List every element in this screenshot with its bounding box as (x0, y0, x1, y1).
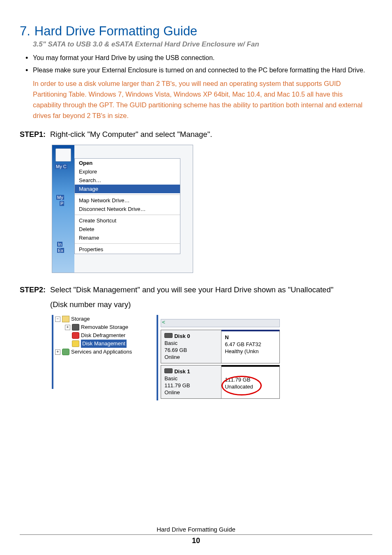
section-number: 7. (20, 24, 30, 39)
step2-text-line2: (Disk number may vary) (50, 298, 372, 311)
bullet-item: You may format your Hard Drive by using … (24, 53, 372, 63)
expand-icon[interactable]: + (65, 325, 70, 330)
tree-services-and-applications[interactable]: Services and Applications (71, 348, 132, 356)
menu-create-shortcut[interactable]: Create Shortcut (75, 216, 180, 225)
menu-manage[interactable]: Manage (75, 185, 180, 193)
screenshot-context-menu: My C My P In Ex Open Explore Search… Man… (52, 145, 193, 273)
defrag-icon (72, 332, 79, 339)
menu-explore[interactable]: Explore (75, 167, 180, 176)
tree-storage[interactable]: Storage (71, 315, 90, 323)
gpt-warning-note: In order to use a disk volume larger tha… (33, 78, 372, 121)
section-title: Hard Drive Formatting Guide (35, 24, 197, 39)
disk0-status: Online (164, 354, 218, 361)
menu-disconnect-network-drive[interactable]: Disconnect Network Drive… (75, 205, 180, 213)
disk1-volume-status: Unallocated (225, 383, 276, 390)
disk0-volume-size: 6.47 GB FAT32 (225, 341, 276, 348)
folder-icon (62, 316, 69, 322)
product-subtitle: 3.5" SATA to USB 3.0 & eSATA External Ha… (33, 40, 372, 49)
disk1-row: Disk 1 Basic 111.79 GB Online 111.79 GB … (161, 365, 280, 399)
menu-search[interactable]: Search… (75, 176, 180, 185)
menu-map-network-drive[interactable]: Map Network Drive… (75, 196, 180, 205)
desktop-strip: My C My P In Ex (52, 145, 74, 273)
step2-label: STEP2: (20, 286, 47, 294)
step1-label: STEP1: (20, 130, 47, 139)
disk-management-icon (72, 340, 79, 347)
disk1-title: Disk 1 (164, 368, 218, 375)
expand-icon[interactable]: + (55, 349, 60, 355)
page-number: 10 (20, 534, 372, 545)
ie-label-in: In (57, 242, 62, 247)
disk0-volume-letter: N (225, 334, 276, 341)
disk0-size: 76.69 GB (164, 347, 218, 354)
intro-bullets: You may format your Hard Drive by using … (24, 53, 372, 76)
collapse-icon[interactable]: − (55, 317, 60, 322)
footer-title: Hard Drive Formatting Guide (20, 526, 372, 533)
tree-disk-management[interactable]: Disk Management (81, 340, 127, 348)
tree-disk-defragmenter[interactable]: Disk Defragmenter (81, 331, 125, 340)
menu-open[interactable]: Open (75, 159, 180, 167)
bullet-item: Please make sure your External Enclosure… (24, 65, 372, 76)
disk1-type: Basic (164, 375, 218, 382)
disk0-row: Disk 0 Basic 76.69 GB Online N 6.47 GB F… (161, 330, 280, 363)
step2-text-line1: Select "Disk Management" and you will se… (50, 284, 334, 296)
screenshot-tree-panel: − Storage + Removable Storage Disk Defra… (52, 315, 132, 389)
menu-properties[interactable]: Properties (75, 245, 180, 254)
removable-storage-icon (72, 324, 79, 331)
horizontal-scrollbar[interactable] (161, 319, 280, 327)
menu-delete[interactable]: Delete (75, 225, 180, 234)
disk1-status: Online (164, 389, 218, 396)
disk1-volume-size: 111.79 GB (225, 376, 276, 383)
my-network-label: My (56, 195, 64, 200)
step1-text: Right-click "My Computer" and select "Ma… (50, 128, 212, 141)
screenshot-disk-panel: Disk 0 Basic 76.69 GB Online N 6.47 GB F… (157, 315, 282, 400)
ie-label-ex: Ex (57, 248, 64, 253)
my-computer-label: My C (55, 164, 67, 169)
my-network-label-p: P (60, 201, 64, 206)
context-menu: Open Explore Search… Manage Map Network … (74, 158, 180, 254)
services-icon (62, 349, 69, 355)
disk1-size: 111.79 GB (164, 382, 218, 389)
my-computer-icon (55, 148, 71, 162)
disk0-volume-status: Healthy (Unkn (225, 348, 276, 355)
tree-removable-storage[interactable]: Removable Storage (81, 323, 128, 331)
disk0-type: Basic (164, 340, 218, 347)
menu-rename[interactable]: Rename (75, 234, 180, 242)
disk0-title: Disk 0 (164, 333, 218, 340)
